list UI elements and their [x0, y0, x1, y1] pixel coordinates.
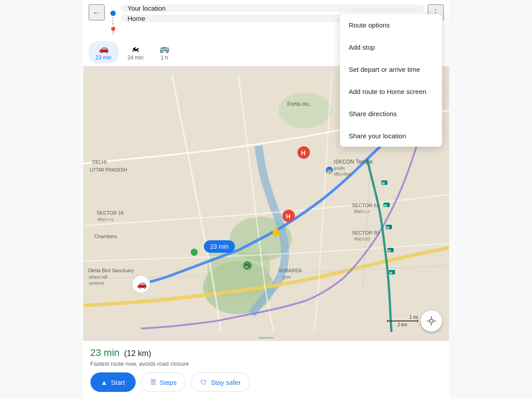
- origin-dot-icon: [110, 11, 116, 16]
- svg-point-28: [273, 229, 280, 236]
- svg-text:SECTOR 50: SECTOR 50: [352, 230, 379, 235]
- transit-icon: 🚌: [160, 44, 169, 54]
- svg-text:सेक्टर-50: सेक्टर-50: [353, 237, 370, 242]
- svg-text:मंदिर-नोएडा: मंदिर-नोएडा: [333, 172, 352, 177]
- steps-button[interactable]: ☰ Steps: [141, 372, 186, 392]
- menu-item-share-directions[interactable]: Share directions: [340, 103, 442, 125]
- svg-text:🚗: 🚗: [137, 279, 147, 289]
- svg-text:🕌: 🕌: [327, 168, 332, 174]
- svg-text:Okhla Bird Sanctuary: Okhla Bird Sanctuary: [88, 268, 134, 273]
- dropdown-menu: Route options Add stop Set depart or arr…: [340, 14, 442, 147]
- menu-item-share-location[interactable]: Share your location: [340, 125, 442, 147]
- scale-bar: 1 mi 2 km: [387, 315, 418, 327]
- svg-text:Fortis Ho...: Fortis Ho...: [287, 101, 313, 107]
- time-bubble: 23 min: [204, 240, 235, 253]
- svg-text:SECTOR 51: SECTOR 51: [352, 203, 379, 208]
- car-icon: 🚗: [99, 44, 109, 54]
- header-wrapper: ← 📍 Your location: [83, 0, 449, 66]
- svg-text:H: H: [301, 149, 305, 156]
- nav-area: ← 📍 Your location: [83, 0, 449, 39]
- menu-item-route-options[interactable]: Route options: [340, 14, 442, 36]
- navigation-icon: ▲: [101, 379, 108, 386]
- motorcycle-icon: 🏍: [132, 44, 140, 54]
- svg-text:अभयारण्य: अभयारण्य: [89, 281, 104, 286]
- svg-text:इस्कॉन: इस्कॉन: [333, 166, 345, 171]
- svg-text:सेक्टर-१६: सेक्टर-१६: [97, 217, 114, 222]
- svg-point-29: [191, 249, 198, 256]
- route-info: 23 min (12 km) Fastest route now, avoids…: [90, 347, 442, 367]
- menu-item-add-route[interactable]: Add route to Home screen: [340, 81, 442, 103]
- more-menu-container: ⋮ Route options Add stop Set depart or a…: [428, 4, 444, 20]
- tab-car[interactable]: 🚗 23 min: [89, 41, 119, 63]
- app-container: ← 📍 Your location: [83, 0, 449, 399]
- svg-point-48: [430, 319, 433, 323]
- origin-input[interactable]: Your location: [121, 4, 424, 12]
- svg-text:SECTOR 16: SECTOR 16: [97, 210, 124, 215]
- shield-icon: 🛡: [200, 379, 207, 386]
- svg-text:M: M: [389, 271, 392, 275]
- svg-text:DELHI: DELHI: [92, 159, 106, 164]
- action-buttons: ▲ Start ☰ Steps 🛡 Stay safer: [90, 372, 442, 392]
- svg-text:🦅: 🦅: [245, 263, 251, 270]
- svg-text:M: M: [386, 226, 389, 230]
- menu-item-set-time[interactable]: Set depart or arrive time: [340, 59, 442, 81]
- svg-text:सुबारा: सुबारा: [282, 275, 291, 280]
- my-location-button[interactable]: [421, 310, 442, 332]
- bottom-panel: 23 min (12 km) Fastest route now, avoids…: [83, 340, 449, 399]
- svg-text:UTTAR PRADESH: UTTAR PRADESH: [90, 168, 127, 172]
- drag-handle: [258, 337, 274, 339]
- location-target-icon: [426, 316, 437, 326]
- tab-transit[interactable]: 🚌 1 h: [153, 41, 176, 63]
- svg-text:ओखला पक्षी: ओखला पक्षी: [89, 275, 108, 280]
- svg-text:SUBAREA: SUBAREA: [278, 268, 302, 273]
- steps-icon: ☰: [150, 378, 156, 386]
- svg-text:M: M: [382, 181, 385, 185]
- route-distance: (12 km): [124, 349, 151, 358]
- svg-text:Chambers: Chambers: [94, 234, 117, 239]
- destination-pin-icon: 📍: [108, 26, 118, 36]
- svg-text:सेक्टर-५१: सेक्टर-५१: [353, 209, 370, 214]
- svg-point-1: [278, 93, 332, 128]
- menu-item-add-stop[interactable]: Add stop: [340, 36, 442, 59]
- svg-text:M: M: [388, 249, 391, 253]
- back-arrow-icon: ←: [92, 8, 101, 18]
- route-time: 23 min: [90, 347, 120, 358]
- svg-text:H: H: [286, 213, 290, 220]
- svg-text:ISKCON Temple: ISKCON Temple: [334, 159, 373, 165]
- start-button[interactable]: ▲ Start: [90, 372, 136, 392]
- stay-safer-button[interactable]: 🛡 Stay safer: [191, 372, 250, 392]
- svg-text:M: M: [384, 203, 387, 207]
- route-description: Fastest route now, avoids road closure: [90, 360, 442, 367]
- back-button[interactable]: ←: [89, 4, 105, 20]
- scale-line: [387, 321, 418, 321]
- tab-motorcycle[interactable]: 🏍 24 min: [121, 42, 151, 63]
- drag-handle-area: [83, 337, 449, 340]
